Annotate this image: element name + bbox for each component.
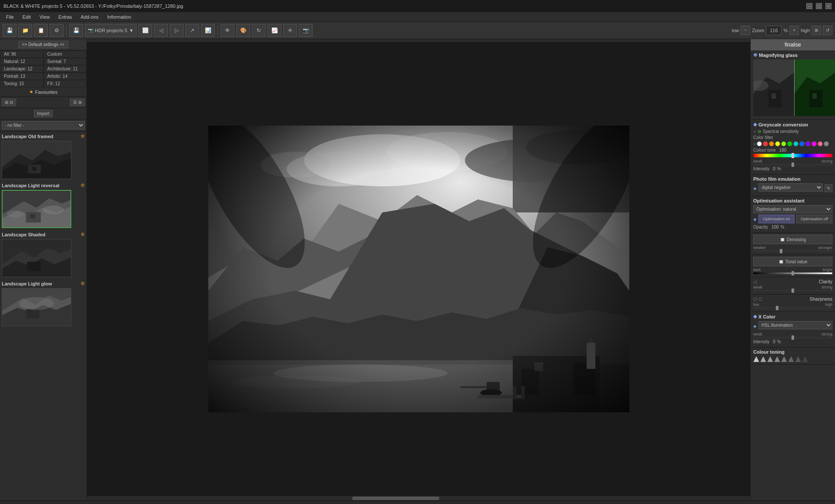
color-dot-white[interactable] bbox=[757, 141, 762, 146]
color-dot-lime[interactable] bbox=[781, 141, 786, 146]
preset-fav-star-sh[interactable]: ☆ bbox=[80, 232, 85, 237]
preset-toning[interactable]: Toning: 15 bbox=[0, 80, 43, 87]
toning-icon-2[interactable] bbox=[760, 356, 766, 362]
color-dot-orange[interactable] bbox=[769, 141, 774, 146]
list-view-btn[interactable]: ☰ ⊞ bbox=[70, 99, 85, 106]
toning-icon-3[interactable] bbox=[767, 356, 773, 362]
denoising-slider-track[interactable] bbox=[753, 250, 832, 252]
finalise-header[interactable]: finalise bbox=[751, 39, 835, 50]
toning-icon-7[interactable] bbox=[795, 356, 801, 362]
resize-button[interactable]: ⬜ bbox=[138, 24, 152, 37]
color-dot-green[interactable] bbox=[787, 141, 792, 146]
scroll-thumb-h[interactable] bbox=[352, 497, 439, 500]
open-button[interactable]: 📁 bbox=[18, 24, 32, 37]
preset-fav-star-lg[interactable]: ☆ bbox=[80, 281, 85, 286]
optimisation-on-button[interactable]: Optimisation on bbox=[758, 215, 795, 223]
menu-edit[interactable]: Edit bbox=[18, 13, 35, 20]
toning-icon-8[interactable] bbox=[802, 356, 808, 362]
crosshair-button[interactable]: ✛ bbox=[283, 24, 297, 37]
preset-landscape[interactable]: Landscape: 12 bbox=[0, 65, 43, 73]
toning-icon-1[interactable] bbox=[753, 356, 759, 362]
zoom-down-button[interactable]: − bbox=[741, 26, 750, 35]
menu-addons[interactable]: Add-ons bbox=[77, 13, 103, 20]
clarity-slider-track[interactable] bbox=[753, 290, 832, 292]
canvas-scroll-h[interactable] bbox=[87, 495, 750, 501]
zoom-input[interactable] bbox=[766, 26, 782, 35]
photo-film-select[interactable]: digital negative bbox=[758, 183, 823, 192]
colour-tone-gradient[interactable] bbox=[753, 154, 832, 157]
grid-view-btn[interactable]: ⊞ ⊟ bbox=[2, 99, 16, 106]
view-mode-button[interactable]: 👁 bbox=[220, 24, 234, 37]
preset-fav-star[interactable]: ☆ bbox=[80, 133, 85, 139]
color-dot-cyan[interactable] bbox=[793, 141, 798, 146]
preset-architecture[interactable]: Architecture: 11 bbox=[43, 65, 87, 73]
maximize-button[interactable]: □ bbox=[816, 3, 822, 9]
rotate-button[interactable]: ↻ bbox=[252, 24, 266, 37]
optimisation-off-button[interactable]: Optimisation off bbox=[796, 215, 832, 223]
color-dot-yellow[interactable] bbox=[775, 141, 780, 146]
histogram-button[interactable]: 📊 bbox=[201, 24, 215, 37]
preset-thumbnail-shaded[interactable] bbox=[2, 239, 71, 277]
menu-view[interactable]: View bbox=[35, 13, 54, 20]
preset-custom[interactable]: Custom bbox=[43, 50, 87, 58]
colour-tone-thumb[interactable] bbox=[792, 153, 794, 158]
preset-thumbnail-light-reversal[interactable] bbox=[2, 190, 71, 228]
menu-extras[interactable]: Extras bbox=[54, 13, 76, 20]
optimisation-select[interactable]: Optimisation: natural bbox=[753, 205, 832, 213]
preset-surreal[interactable]: Surreal: 7 bbox=[43, 58, 87, 65]
export-button[interactable]: ↗ bbox=[185, 24, 199, 37]
tonal-slider-track[interactable] bbox=[753, 272, 832, 274]
x-color-slider-track[interactable] bbox=[753, 337, 832, 338]
color-dot-pink[interactable] bbox=[818, 141, 823, 146]
sharpness-slider-track[interactable] bbox=[753, 307, 832, 309]
save-file-button[interactable]: 💾 bbox=[69, 24, 83, 37]
toning-icon-5[interactable] bbox=[781, 356, 787, 362]
preset-fx[interactable]: FX: 12 bbox=[43, 80, 87, 87]
histogram2-button[interactable]: 📈 bbox=[267, 24, 281, 37]
left-button[interactable]: ◁ bbox=[154, 24, 168, 37]
sharpness-slider-thumb[interactable] bbox=[776, 306, 778, 310]
toning-icon-4[interactable] bbox=[774, 356, 780, 362]
intensity-slider-track[interactable] bbox=[753, 164, 832, 166]
color-mode-button[interactable]: 🎨 bbox=[236, 24, 250, 37]
hdr-selector[interactable]: 📷 HDR projects 5 ▼ bbox=[85, 24, 137, 37]
menu-file[interactable]: File bbox=[2, 13, 18, 20]
filter-select[interactable]: - no filter - bbox=[2, 121, 85, 129]
intensity-slider-thumb[interactable] bbox=[792, 162, 794, 167]
color-dot-blue[interactable] bbox=[799, 141, 805, 146]
save-button[interactable]: 💾 bbox=[3, 24, 17, 37]
color-dot-purple[interactable] bbox=[805, 141, 811, 146]
toning-icon-6[interactable] bbox=[788, 356, 794, 362]
color-dot-gray[interactable] bbox=[824, 141, 829, 146]
denoising-button[interactable]: 🔲 Denoising bbox=[753, 235, 832, 244]
close-button[interactable]: × bbox=[825, 3, 832, 9]
photo-film-edit-btn[interactable]: ✎ bbox=[825, 184, 832, 192]
clarity-slider-thumb[interactable] bbox=[792, 288, 794, 293]
rotate2-button[interactable]: ↺ bbox=[823, 26, 832, 35]
copy-button[interactable]: 📋 bbox=[34, 24, 48, 37]
menu-information[interactable]: Information bbox=[103, 13, 136, 20]
preset-artistic[interactable]: Artistic: 14 bbox=[43, 73, 87, 80]
right-button[interactable]: ▷ bbox=[170, 24, 184, 37]
camera-button[interactable]: 📷 bbox=[299, 24, 313, 37]
preset-thumbnail-light-glow[interactable] bbox=[2, 288, 71, 326]
minimize-button[interactable]: − bbox=[806, 3, 812, 9]
default-settings-button[interactable]: >> Default settings << bbox=[18, 41, 69, 48]
preset-portrait[interactable]: Portrait: 13 bbox=[0, 73, 43, 80]
tonal-button[interactable]: 🔲 Tonal value bbox=[753, 257, 832, 266]
settings-button[interactable]: ⚙ bbox=[50, 24, 63, 37]
zoom-fit-button[interactable]: ⊞ bbox=[812, 26, 821, 35]
x-color-select[interactable]: HSL illumination bbox=[758, 321, 832, 329]
favourites-row[interactable]: ★ Favourites bbox=[0, 87, 87, 97]
preset-natural[interactable]: Natural: 12 bbox=[0, 58, 43, 65]
tonal-slider-thumb[interactable] bbox=[792, 271, 794, 275]
canvas-wrapper[interactable] bbox=[87, 43, 750, 495]
preset-fav-star-lr[interactable]: ☆ bbox=[80, 182, 85, 188]
import-button[interactable]: Import bbox=[34, 110, 52, 117]
denoising-slider-thumb[interactable] bbox=[780, 249, 782, 253]
preset-thumbnail-old-framed[interactable] bbox=[2, 141, 71, 179]
x-color-slider-thumb[interactable] bbox=[792, 335, 794, 340]
color-dot-magenta[interactable] bbox=[812, 141, 817, 146]
zoom-up-button[interactable]: + bbox=[789, 26, 799, 35]
color-dot-red[interactable] bbox=[763, 141, 768, 146]
